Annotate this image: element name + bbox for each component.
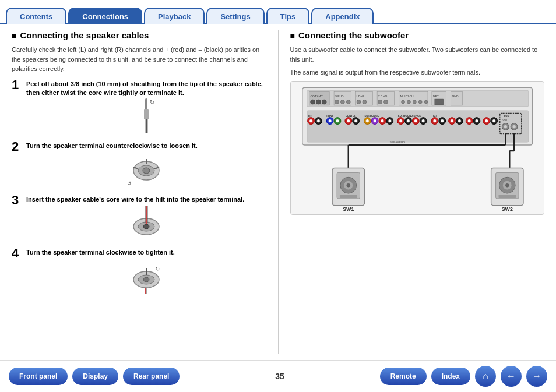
tab-appendix[interactable]: Appendix xyxy=(311,8,374,24)
step-4-image: ↻ xyxy=(26,259,266,294)
tab-tips[interactable]: Tips xyxy=(266,8,310,24)
svg-text:SW2: SW2 xyxy=(501,206,512,211)
step-2-image: ↺ xyxy=(26,153,266,188)
svg-point-52 xyxy=(424,100,428,104)
svg-point-49 xyxy=(407,100,410,104)
svg-text:GND: GND xyxy=(452,95,458,98)
index-button[interactable]: Index xyxy=(431,368,470,385)
remote-button[interactable]: Remote xyxy=(380,368,427,385)
svg-point-85 xyxy=(399,119,402,122)
step-1-text: Peel off about 3/8 inch (10 mm) of sheat… xyxy=(26,80,266,98)
svg-point-44 xyxy=(378,100,382,104)
svg-text:SPEAKERS: SPEAKERS xyxy=(389,141,405,144)
step-2-text: Turn the speaker terminal counterclockwi… xyxy=(26,142,266,150)
step-1-image: ↻ xyxy=(26,100,266,135)
svg-text:CENTER: CENTER xyxy=(345,114,356,117)
speaker-cables-section: Connecting the speaker cables Carefully … xyxy=(12,30,279,354)
forward-button[interactable]: → xyxy=(526,366,547,387)
navigation-tabs: Contents Connections Playback Settings T… xyxy=(0,0,556,24)
svg-point-36 xyxy=(340,100,344,104)
svg-point-96 xyxy=(440,119,444,122)
svg-point-30 xyxy=(310,100,315,104)
svg-rect-55 xyxy=(434,99,443,105)
step-2: 2 Turn the speaker terminal counterclock… xyxy=(12,142,266,190)
front-panel-button[interactable]: Front panel xyxy=(9,368,68,385)
rear-panel-button[interactable]: Rear panel xyxy=(123,368,180,385)
step-2-number: 2 xyxy=(12,140,26,153)
svg-point-71 xyxy=(346,119,350,122)
svg-text:MULTI CH: MULTI CH xyxy=(400,95,413,98)
svg-point-106 xyxy=(484,119,488,122)
home-button[interactable]: ⌂ xyxy=(475,366,496,387)
svg-point-89 xyxy=(414,119,417,122)
tab-connections[interactable]: Connections xyxy=(68,8,142,24)
svg-text:FR: FR xyxy=(308,114,312,117)
step-1-content: Peel off about 3/8 inch (10 mm) of sheat… xyxy=(26,80,266,137)
svg-point-76 xyxy=(365,119,369,122)
svg-point-61 xyxy=(309,119,312,122)
svg-point-48 xyxy=(401,100,404,104)
svg-text:HGT: HGT xyxy=(431,114,437,117)
step-3-number: 3 xyxy=(12,194,26,207)
step-1: 1 Peel off about 3/8 inch (10 mm) of she… xyxy=(12,80,266,137)
svg-point-98 xyxy=(450,119,453,122)
svg-point-40 xyxy=(357,100,361,104)
step-4-content: Turn the speaker terminal clockwise to t… xyxy=(26,248,266,296)
svg-point-132 xyxy=(505,183,509,187)
svg-point-32 xyxy=(322,100,326,104)
svg-point-82 xyxy=(388,119,391,122)
back-button[interactable]: ← xyxy=(501,366,522,387)
svg-text:↺: ↺ xyxy=(127,181,132,186)
svg-point-78 xyxy=(373,119,376,122)
svg-text:COAX/AT: COAX/AT xyxy=(310,95,322,98)
footer-right-buttons: Remote Index ⌂ ← → xyxy=(380,366,547,387)
subwoofer-intro2: The same signal is output from the respe… xyxy=(290,68,545,77)
svg-point-108 xyxy=(492,119,495,122)
display-button[interactable]: Display xyxy=(72,368,118,385)
svg-point-8 xyxy=(143,168,150,174)
svg-point-73 xyxy=(354,119,357,122)
svg-point-104 xyxy=(475,119,478,122)
svg-point-50 xyxy=(413,100,416,104)
tab-settings[interactable]: Settings xyxy=(206,8,264,24)
subwoofer-title: Connecting the subwoofer xyxy=(290,30,545,40)
step-3: 3 Insert the speaker cable's core wire t… xyxy=(12,195,266,243)
step-2-content: Turn the speaker terminal counterclockwi… xyxy=(26,142,266,190)
svg-point-37 xyxy=(346,100,350,104)
svg-point-114 xyxy=(512,125,516,128)
svg-text:SUB: SUB xyxy=(504,114,509,117)
svg-text:SURROUND BACK: SURROUND BACK xyxy=(397,114,421,117)
svg-point-31 xyxy=(316,100,321,104)
step-3-image xyxy=(26,206,266,241)
svg-point-35 xyxy=(335,100,339,104)
step-3-text: Insert the speaker cable's core wire to … xyxy=(26,195,266,204)
tab-contents[interactable]: Contents xyxy=(6,8,66,24)
step-1-number: 1 xyxy=(12,79,26,91)
step-3-content: Insert the speaker cable's core wire to … xyxy=(26,195,266,243)
svg-point-41 xyxy=(362,100,366,104)
step-4-text: Turn the speaker terminal clockwise to t… xyxy=(26,248,266,257)
svg-point-94 xyxy=(432,119,436,122)
svg-point-126 xyxy=(346,183,350,187)
svg-point-66 xyxy=(328,119,332,122)
svg-rect-1 xyxy=(144,109,149,119)
footer: Front panel Display Rear panel 35 Remote… xyxy=(0,360,556,392)
svg-rect-56 xyxy=(451,91,462,105)
svg-rect-127 xyxy=(339,194,357,197)
tab-playback[interactable]: Playback xyxy=(144,8,205,24)
svg-text:↻: ↻ xyxy=(150,99,154,105)
svg-point-100 xyxy=(458,119,461,122)
svg-text:SW1: SW1 xyxy=(343,206,354,211)
svg-text:FRNT: FRNT xyxy=(326,114,333,117)
speaker-cables-intro: Carefully check the left (L) and right (… xyxy=(12,45,266,74)
svg-text:NET: NET xyxy=(432,95,438,98)
subwoofer-intro1: Use a subwoofer cable to connect the sub… xyxy=(290,45,545,64)
svg-point-51 xyxy=(418,100,422,104)
svg-point-112 xyxy=(504,125,507,128)
svg-point-87 xyxy=(406,119,410,122)
footer-left-buttons: Front panel Display Rear panel xyxy=(9,368,180,385)
page-number: 35 xyxy=(275,372,284,381)
svg-rect-133 xyxy=(498,194,516,197)
svg-point-102 xyxy=(467,119,471,122)
subwoofer-section: Connecting the subwoofer Use a subwoofer… xyxy=(279,30,545,354)
